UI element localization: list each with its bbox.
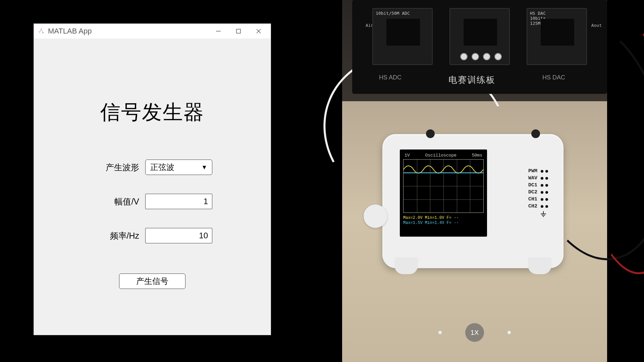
- app-body: 信号发生器 产生波形 正弦波 ▼ 幅值/V 频率/Hz 产生信号: [34, 39, 271, 309]
- matlab-app-window: MATLAB App 信号发生器 产生波形 正弦波 ▼: [34, 23, 271, 335]
- adc-module: 10bit/50M ADC: [372, 8, 433, 65]
- pin-pwm: PWM: [528, 168, 537, 175]
- waveform-value: 正弦波: [150, 162, 201, 173]
- oscilloscope-device: 1V Oscilloscope 50ms Max=2.0V Min=1: [382, 134, 564, 268]
- window-titlebar[interactable]: MATLAB App: [34, 24, 271, 39]
- pin-dc1: DC1: [528, 182, 537, 189]
- scope-top-connector-1: [426, 129, 435, 138]
- hs-adc-label: HS ADC: [379, 74, 401, 86]
- hs-dac-label: HS DAC: [542, 74, 565, 86]
- aout-label: Aout: [591, 23, 602, 28]
- dac-module: HS DAC 10bits 125Msps: [527, 8, 587, 65]
- frequency-input[interactable]: [145, 228, 212, 243]
- scope-vdiv: 1V: [405, 153, 410, 158]
- scope-ch2-readout: Max=1.5V Min=1.4V F= --: [403, 221, 484, 226]
- scope-pin-legend: PWM WAV DC1 DC2 CH1 CH2: [528, 168, 548, 218]
- chevron-down-icon: ▼: [201, 164, 207, 171]
- svg-rect-1: [236, 29, 240, 33]
- window-title: MATLAB App: [48, 27, 92, 36]
- close-button[interactable]: [249, 24, 269, 39]
- board-title: 电赛训练板: [448, 74, 495, 86]
- scope-ch1-readout: Max=2.0V Min=1.0V F= --: [403, 216, 484, 221]
- waveform-dropdown[interactable]: 正弦波 ▼: [145, 160, 212, 175]
- scope-grid: [403, 159, 484, 213]
- amplitude-label: 幅值/V: [92, 196, 139, 207]
- matlab-icon: [37, 27, 45, 35]
- zoom-option-tele[interactable]: [507, 331, 511, 334]
- scope-knob: [364, 204, 387, 228]
- frequency-label: 频率/Hz: [92, 230, 139, 241]
- maximize-button[interactable]: [228, 24, 249, 39]
- pin-ch2: CH2: [528, 203, 537, 210]
- pin-ch1: CH1: [528, 196, 537, 203]
- scope-screen: 1V Oscilloscope 50ms Max=2.0V Min=1: [400, 149, 487, 237]
- pin-dc2: DC2: [528, 189, 537, 196]
- scope-title: Oscilloscope: [425, 153, 457, 158]
- training-board: Ain Aout 10bit/50M ADC HS DAC 10bits 125…: [352, 0, 607, 94]
- zoom-current[interactable]: 1X: [465, 323, 484, 342]
- scope-readouts: Max=2.0V Min=1.0V F= -- Max=1.5V Min=1.4…: [403, 216, 484, 226]
- ground-icon: [528, 211, 548, 218]
- generate-button[interactable]: 产生信号: [119, 274, 185, 289]
- sine-wave-icon: [404, 160, 483, 213]
- amplitude-input[interactable]: [145, 194, 212, 209]
- hardware-photo-panel: Ain Aout 10bit/50M ADC HS DAC 10bits 125…: [342, 0, 607, 362]
- zoom-option-wide[interactable]: [438, 331, 442, 334]
- camera-zoom-controls: 1X: [438, 323, 511, 342]
- waveform-label: 产生波形: [92, 162, 139, 173]
- minimize-button[interactable]: [208, 24, 228, 39]
- generate-button-label: 产生信号: [136, 276, 168, 287]
- app-heading: 信号发生器: [100, 99, 204, 126]
- pin-wav: WAV: [528, 175, 537, 182]
- center-module: [449, 8, 510, 65]
- scope-tdiv: 50ms: [472, 153, 482, 158]
- adc-module-label: 10bit/50M ADC: [376, 11, 410, 16]
- scope-top-connector-2: [531, 129, 540, 138]
